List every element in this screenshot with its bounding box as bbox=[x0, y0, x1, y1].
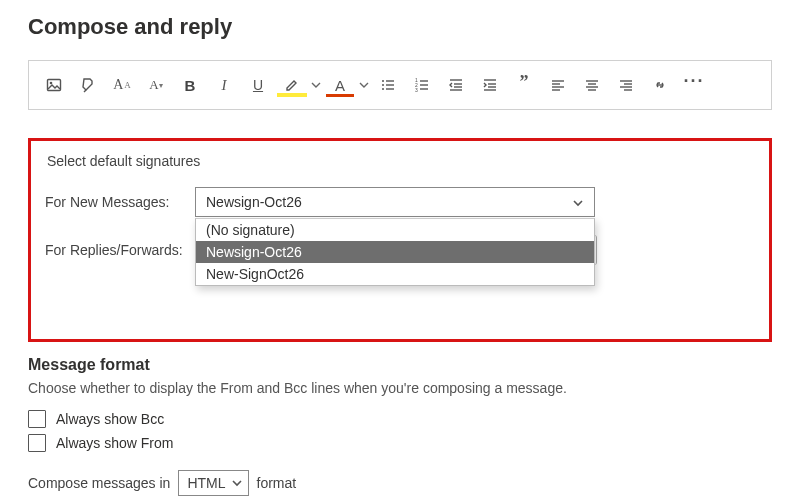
font-color-dropdown-icon[interactable] bbox=[357, 71, 371, 99]
image-icon[interactable] bbox=[37, 71, 71, 99]
compose-prefix: Compose messages in bbox=[28, 475, 170, 491]
svg-text:3: 3 bbox=[415, 87, 418, 93]
compose-format-select[interactable]: HTML bbox=[178, 470, 248, 496]
always-show-bcc-label: Always show Bcc bbox=[56, 411, 164, 427]
page-title: Compose and reply bbox=[28, 14, 772, 40]
svg-point-4 bbox=[382, 84, 384, 86]
new-messages-label: For New Messages: bbox=[45, 194, 195, 210]
increase-indent-button[interactable] bbox=[473, 71, 507, 99]
default-signatures-section: Select default signatures For New Messag… bbox=[28, 138, 772, 342]
link-button[interactable] bbox=[643, 71, 677, 99]
numbered-list-button[interactable]: 123 bbox=[405, 71, 439, 99]
signature-option[interactable]: (No signature) bbox=[196, 219, 594, 241]
decrease-indent-button[interactable] bbox=[439, 71, 473, 99]
message-format-heading: Message format bbox=[28, 356, 772, 374]
always-show-bcc-row: Always show Bcc bbox=[28, 410, 772, 428]
align-center-button[interactable] bbox=[575, 71, 609, 99]
new-messages-select[interactable]: Newsign-Oct26 (No signature)Newsign-Oct2… bbox=[195, 187, 595, 217]
align-right-button[interactable] bbox=[609, 71, 643, 99]
message-format-description: Choose whether to display the From and B… bbox=[28, 380, 772, 396]
editor-toolbar: AA A▾ B I U A bbox=[29, 61, 771, 110]
highlight-dropdown-icon[interactable] bbox=[309, 71, 323, 99]
signatures-heading: Select default signatures bbox=[47, 153, 755, 169]
font-color-button[interactable]: A bbox=[323, 71, 357, 99]
more-button[interactable]: ··· bbox=[677, 71, 711, 99]
font-size-decrease-icon[interactable]: A▾ bbox=[139, 71, 173, 99]
format-painter-icon[interactable] bbox=[71, 71, 105, 99]
chevron-down-icon bbox=[572, 196, 584, 208]
replies-forwards-label: For Replies/Forwards: bbox=[45, 242, 197, 258]
signature-option[interactable]: Newsign-Oct26 bbox=[196, 241, 594, 263]
always-show-from-label: Always show From bbox=[56, 435, 173, 451]
new-messages-selected-value: Newsign-Oct26 bbox=[206, 194, 302, 210]
signature-dropdown[interactable]: (No signature)Newsign-Oct26New-SignOct26 bbox=[195, 218, 595, 286]
quote-button[interactable]: ” bbox=[507, 71, 541, 99]
svg-rect-0 bbox=[48, 80, 61, 91]
chevron-down-icon bbox=[232, 478, 242, 488]
align-left-button[interactable] bbox=[541, 71, 575, 99]
highlight-button[interactable] bbox=[275, 71, 309, 99]
compose-format-row: Compose messages in HTML format bbox=[28, 470, 772, 496]
bold-button[interactable]: B bbox=[173, 71, 207, 99]
bulleted-list-button[interactable] bbox=[371, 71, 405, 99]
svg-point-1 bbox=[50, 82, 53, 85]
new-messages-row: For New Messages: Newsign-Oct26 (No sign… bbox=[45, 187, 755, 217]
signature-option[interactable]: New-SignOct26 bbox=[196, 263, 594, 285]
always-show-from-checkbox[interactable] bbox=[28, 434, 46, 452]
italic-button[interactable]: I bbox=[207, 71, 241, 99]
svg-point-6 bbox=[382, 88, 384, 90]
editor-toolbar-container: AA A▾ B I U A bbox=[28, 60, 772, 110]
always-show-from-row: Always show From bbox=[28, 434, 772, 452]
compose-suffix: format bbox=[257, 475, 297, 491]
font-size-increase-icon[interactable]: AA bbox=[105, 71, 139, 99]
always-show-bcc-checkbox[interactable] bbox=[28, 410, 46, 428]
underline-button[interactable]: U bbox=[241, 71, 275, 99]
svg-point-2 bbox=[382, 80, 384, 82]
compose-format-value: HTML bbox=[187, 475, 225, 491]
